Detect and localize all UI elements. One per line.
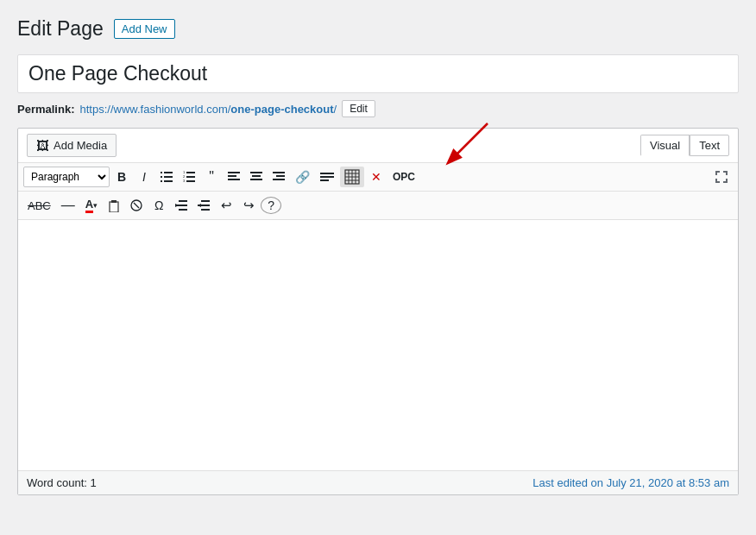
svg-rect-10	[186, 180, 195, 182]
ordered-list-button[interactable]: 123	[179, 167, 199, 187]
svg-rect-21	[320, 173, 334, 174]
page-header: Edit Page Add New	[17, 17, 739, 41]
word-count-label: Word count:	[27, 476, 87, 489]
editor-wrap: 🖼 Add Media Visual Text Paragraph Headin…	[17, 128, 739, 495]
table-button[interactable]	[340, 167, 364, 187]
link-button[interactable]: 🔗	[291, 167, 314, 187]
editor-content-area[interactable]	[18, 220, 738, 470]
svg-rect-16	[252, 175, 261, 177]
svg-rect-41	[201, 200, 210, 202]
svg-text:3: 3	[183, 179, 186, 183]
svg-rect-34	[111, 200, 117, 203]
svg-rect-5	[161, 180, 162, 182]
tab-visual[interactable]: Visual	[640, 135, 690, 156]
bold-button[interactable]: B	[111, 167, 132, 187]
permalink-row: Permalink: https://www.fashionworld.com/…	[17, 100, 739, 117]
svg-rect-15	[250, 172, 262, 173]
clear-formatting-button[interactable]	[126, 195, 147, 216]
more-toolbar-button[interactable]	[316, 167, 338, 187]
post-title-input[interactable]	[17, 54, 739, 93]
svg-rect-4	[164, 180, 173, 182]
paste-text-button[interactable]	[104, 195, 124, 216]
text-color-button[interactable]: A ▾	[81, 195, 102, 216]
add-new-button[interactable]: Add New	[114, 19, 175, 39]
permalink-edit-button[interactable]: Edit	[342, 100, 375, 117]
svg-rect-37	[179, 200, 187, 202]
unordered-list-button[interactable]	[156, 167, 177, 187]
indent-button[interactable]	[171, 195, 192, 216]
italic-button[interactable]: I	[134, 167, 154, 187]
last-edited-label: Last edited on	[532, 476, 603, 489]
remove-format-button[interactable]: ✕	[366, 167, 387, 187]
svg-rect-6	[186, 172, 195, 173]
redo-button[interactable]: ↪	[238, 195, 259, 216]
hr-button[interactable]: —	[57, 195, 79, 216]
tab-text[interactable]: Text	[690, 135, 729, 156]
svg-rect-43	[201, 209, 210, 211]
svg-rect-22	[320, 176, 334, 178]
word-count-value: 1	[90, 476, 96, 489]
svg-rect-2	[164, 176, 173, 178]
page-title: Edit Page	[17, 17, 104, 41]
opc-container: OPC	[388, 167, 419, 187]
add-media-label: Add Media	[54, 139, 107, 152]
align-right-button[interactable]	[268, 167, 289, 187]
add-media-icon: 🖼	[36, 138, 49, 153]
svg-rect-20	[273, 179, 285, 180]
last-edited-info: Last edited on July 21, 2020 at 8:53 am	[532, 476, 729, 489]
svg-rect-17	[250, 179, 262, 180]
svg-rect-19	[276, 175, 285, 177]
permalink-prefix: https://www.fashionworld.com/	[79, 103, 230, 116]
svg-rect-13	[228, 175, 236, 177]
help-button[interactable]: ?	[261, 197, 281, 214]
blockquote-button[interactable]: "	[201, 167, 222, 187]
toolbar-row-1: Paragraph Heading 1 Heading 2 Heading 3 …	[18, 163, 738, 192]
svg-rect-3	[161, 176, 162, 178]
svg-rect-33	[110, 202, 118, 212]
svg-rect-14	[228, 179, 240, 180]
permalink-suffix: /	[334, 103, 337, 116]
align-left-button[interactable]	[224, 167, 244, 187]
svg-rect-12	[228, 172, 240, 173]
align-center-button[interactable]	[246, 167, 267, 187]
svg-line-36	[134, 203, 139, 208]
special-chars-button[interactable]: Ω	[148, 195, 169, 216]
svg-marker-40	[175, 204, 179, 207]
paragraph-format-select[interactable]: Paragraph Heading 1 Heading 2 Heading 3 …	[23, 167, 110, 187]
permalink-label: Permalink:	[17, 103, 74, 116]
fullscreen-button[interactable]	[710, 167, 733, 187]
svg-rect-18	[273, 172, 285, 173]
editor-footer: Word count: 1 Last edited on July 21, 20…	[18, 470, 738, 494]
svg-rect-23	[320, 179, 329, 181]
editor-top-bar: 🖼 Add Media Visual Text	[18, 129, 738, 163]
last-edited-date: July 21, 2020 at 8:53 am	[607, 476, 729, 489]
add-media-button[interactable]: 🖼 Add Media	[27, 134, 117, 157]
svg-rect-0	[164, 172, 173, 173]
svg-rect-8	[186, 176, 195, 178]
svg-rect-1	[161, 172, 162, 173]
strikethrough-button[interactable]: ABC	[23, 195, 55, 216]
outdent-button[interactable]	[193, 195, 214, 216]
undo-button[interactable]: ↩	[216, 195, 236, 216]
permalink-link[interactable]: https://www.fashionworld.com/one-page-ch…	[79, 103, 337, 116]
permalink-slug: one-page-checkout	[230, 103, 333, 116]
opc-button[interactable]: OPC	[388, 167, 419, 187]
visual-text-tab-group: Visual Text	[640, 135, 729, 156]
svg-marker-44	[198, 204, 201, 207]
svg-rect-39	[179, 209, 187, 211]
toolbar-row-2: ABC — A ▾ Ω	[18, 192, 738, 220]
edit-page-wrapper: Edit Page Add New Permalink: https://www…	[17, 17, 739, 495]
word-count: Word count: 1	[27, 476, 97, 489]
